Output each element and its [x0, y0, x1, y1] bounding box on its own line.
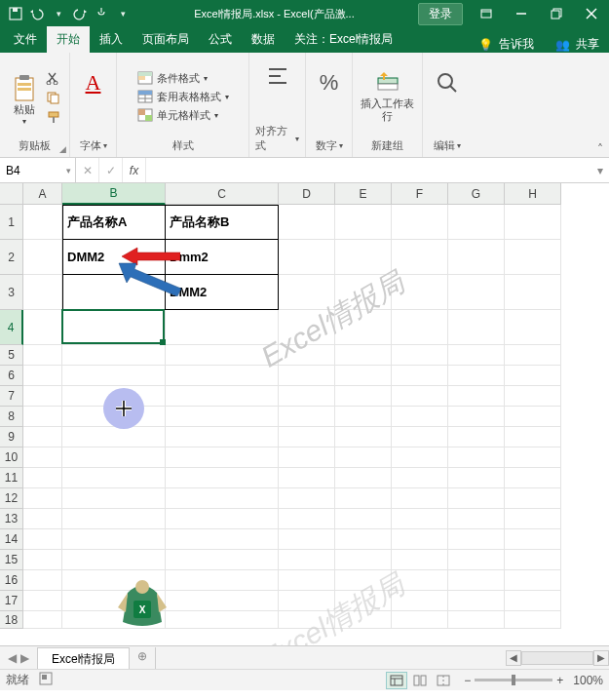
close-icon[interactable] — [574, 0, 609, 27]
cell-D6[interactable] — [279, 366, 335, 386]
cell-C8[interactable] — [166, 407, 279, 427]
row-header-16[interactable]: 16 — [0, 570, 23, 591]
select-all-corner[interactable] — [0, 183, 23, 205]
row-header-5[interactable]: 5 — [0, 345, 23, 366]
scroll-right-icon[interactable]: ▶ — [593, 650, 609, 666]
cell-B13[interactable] — [62, 509, 166, 529]
cell-F9[interactable] — [392, 427, 448, 447]
cell-A7[interactable] — [23, 386, 62, 407]
row-header-1[interactable]: 1 — [0, 205, 23, 240]
name-box[interactable]: B4 ▾ — [0, 158, 76, 182]
cell-G11[interactable] — [448, 468, 505, 488]
cell-C12[interactable] — [166, 488, 279, 509]
cell-H12[interactable] — [505, 488, 561, 509]
cell-H18[interactable] — [505, 611, 561, 629]
col-header-F[interactable]: F — [392, 183, 448, 205]
cell-H11[interactable] — [505, 468, 561, 488]
login-button[interactable]: 登录 — [418, 3, 463, 25]
cell-F12[interactable] — [392, 488, 448, 509]
cell-A4[interactable] — [23, 310, 62, 345]
cell-F11[interactable] — [392, 468, 448, 488]
cell-E11[interactable] — [335, 468, 392, 488]
row-header-2[interactable]: 2 — [0, 240, 23, 275]
cell-D14[interactable] — [279, 529, 335, 550]
cell-C9[interactable] — [166, 427, 279, 447]
cell-B14[interactable] — [62, 529, 166, 550]
chevron-down-icon[interactable]: ▾ — [66, 166, 71, 175]
cell-E10[interactable] — [335, 447, 392, 468]
cell-styles-button[interactable]: 单元格样式 ▾ — [137, 108, 229, 123]
cell-E3[interactable] — [335, 275, 392, 310]
cell-H16[interactable] — [505, 570, 561, 591]
cell-C1[interactable]: 产品名称B — [166, 205, 279, 240]
enter-formula-icon[interactable]: ✓ — [99, 158, 123, 182]
cell-C4[interactable] — [166, 310, 279, 345]
cell-B10[interactable] — [62, 447, 166, 468]
cut-icon[interactable] — [45, 71, 62, 85]
formula-input[interactable] — [146, 158, 591, 182]
cell-F18[interactable] — [392, 611, 448, 629]
scroll-left-icon[interactable]: ◀ — [506, 650, 521, 666]
zoom-slider[interactable] — [475, 679, 552, 681]
cell-B11[interactable] — [62, 468, 166, 488]
cell-H1[interactable] — [505, 205, 561, 240]
tab-pagelayout[interactable]: 页面布局 — [133, 26, 199, 53]
editing-button[interactable] — [428, 68, 467, 125]
minimize-icon[interactable] — [504, 0, 539, 27]
cell-B15[interactable] — [62, 550, 166, 570]
col-header-E[interactable]: E — [335, 183, 392, 205]
row-header-9[interactable]: 9 — [0, 427, 23, 447]
cell-F4[interactable] — [392, 310, 448, 345]
cell-A13[interactable] — [23, 509, 62, 529]
cell-F17[interactable] — [392, 591, 448, 611]
macro-record-icon[interactable] — [39, 672, 53, 688]
row-header-15[interactable]: 15 — [0, 550, 23, 570]
row-header-6[interactable]: 6 — [0, 366, 23, 386]
row-header-10[interactable]: 10 — [0, 447, 23, 468]
cell-E9[interactable] — [335, 427, 392, 447]
cell-C18[interactable] — [166, 611, 279, 629]
cell-D18[interactable] — [279, 611, 335, 629]
col-header-G[interactable]: G — [448, 183, 505, 205]
zoom-in-button[interactable]: + — [556, 674, 563, 687]
cell-E6[interactable] — [335, 366, 392, 386]
sheet-tab[interactable]: Excel情报局 — [37, 647, 130, 669]
cell-E14[interactable] — [335, 529, 392, 550]
cell-H15[interactable] — [505, 550, 561, 570]
cell-G9[interactable] — [448, 427, 505, 447]
sheet-nav-prev-icon[interactable]: ◀ — [8, 651, 17, 665]
cell-F1[interactable] — [392, 205, 448, 240]
zoom-out-button[interactable]: − — [464, 674, 471, 687]
conditional-formatting-button[interactable]: 条件格式 ▾ — [137, 71, 229, 86]
cell-B5[interactable] — [62, 345, 166, 366]
cell-E5[interactable] — [335, 345, 392, 366]
cell-A12[interactable] — [23, 488, 62, 509]
cell-A15[interactable] — [23, 550, 62, 570]
cell-H5[interactable] — [505, 345, 561, 366]
cell-G14[interactable] — [448, 529, 505, 550]
cell-G17[interactable] — [448, 591, 505, 611]
fx-icon[interactable]: fx — [123, 158, 146, 182]
insert-row-button[interactable]: 插入工作表行 — [359, 68, 417, 125]
cell-F10[interactable] — [392, 447, 448, 468]
cell-A14[interactable] — [23, 529, 62, 550]
cell-C14[interactable] — [166, 529, 279, 550]
cell-H4[interactable] — [505, 310, 561, 345]
bulb-icon[interactable]: 💡 — [478, 38, 493, 52]
view-pagelayout-icon[interactable] — [409, 672, 431, 689]
cell-F16[interactable] — [392, 570, 448, 591]
cell-E12[interactable] — [335, 488, 392, 509]
row-header-4[interactable]: 4 — [0, 310, 23, 345]
paste-button[interactable]: 粘贴 ▾ — [8, 67, 41, 126]
cell-A17[interactable] — [23, 591, 62, 611]
cell-D1[interactable] — [279, 205, 335, 240]
cell-F2[interactable] — [392, 240, 448, 275]
cell-A10[interactable] — [23, 447, 62, 468]
launcher-icon[interactable]: ◢ — [59, 144, 66, 154]
cell-G10[interactable] — [448, 447, 505, 468]
col-header-D[interactable]: D — [279, 183, 335, 205]
format-as-table-button[interactable]: 套用表格格式 ▾ — [137, 90, 229, 104]
tab-data[interactable]: 数据 — [242, 26, 285, 53]
row-header-12[interactable]: 12 — [0, 488, 23, 509]
font-button[interactable]: A — [74, 68, 113, 125]
